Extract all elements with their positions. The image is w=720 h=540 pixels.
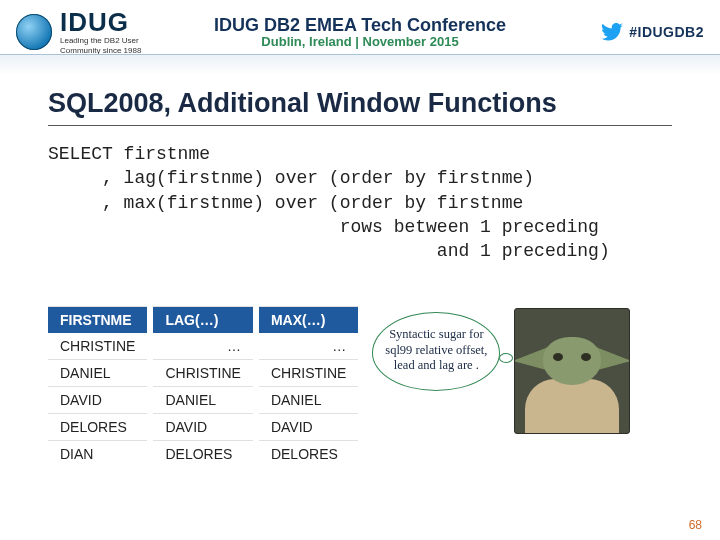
table-row: DIAN DELORES DELORES [48, 441, 358, 468]
idug-logo: IDUG Leading the DB2 User Community sinc… [16, 9, 141, 55]
col-header-max: MAX(…) [256, 307, 358, 334]
table-row: DELORES DAVID DAVID [48, 414, 358, 441]
cell: DELORES [150, 441, 255, 468]
sql-code-block: SELECT firstnme , lag(firstnme) over (or… [48, 142, 672, 263]
cell: DANIEL [48, 360, 150, 387]
yoda-image [514, 308, 630, 434]
cell: DIAN [48, 441, 150, 468]
header-separator [0, 54, 720, 76]
globe-icon [16, 14, 52, 50]
bubble-tail-icon [499, 353, 513, 363]
cell: DELORES [48, 414, 150, 441]
cell: DANIEL [256, 387, 358, 414]
logo-name: IDUG [60, 9, 141, 35]
yoda-head-icon [543, 337, 601, 385]
conference-subtitle: Dublin, Ireland | November 2015 [214, 35, 506, 49]
cell: DAVID [48, 387, 150, 414]
speech-bubble-wrap: Syntactic sugar for sql99 relative offse… [372, 306, 500, 391]
hashtag-text: #IDUGDB2 [629, 24, 704, 40]
table-row: CHRISTINE … … [48, 333, 358, 360]
logo-tagline-1: Leading the DB2 User [60, 37, 141, 45]
col-header-lag: LAG(…) [150, 307, 255, 334]
cell: DAVID [150, 414, 255, 441]
header-band: IDUG Leading the DB2 User Community sinc… [0, 0, 720, 58]
conference-heading: IDUG DB2 EMEA Tech Conference Dublin, Ir… [214, 16, 506, 49]
slide-content: SQL2008, Additional Window Functions SEL… [0, 88, 720, 263]
slide-title: SQL2008, Additional Window Functions [48, 88, 672, 126]
slide: IDUG Leading the DB2 User Community sinc… [0, 0, 720, 540]
cell: DELORES [256, 441, 358, 468]
cell: DANIEL [150, 387, 255, 414]
page-number: 68 [689, 518, 702, 532]
cell: CHRISTINE [256, 360, 358, 387]
cell: DAVID [256, 414, 358, 441]
speech-bubble: Syntactic sugar for sql99 relative offse… [372, 312, 500, 391]
cell: CHRISTINE [150, 360, 255, 387]
cell: CHRISTINE [48, 333, 150, 360]
yoda-robe-icon [525, 379, 619, 434]
cell: … [256, 333, 358, 360]
hashtag-group: #IDUGDB2 [601, 23, 704, 41]
speech-bubble-text: Syntactic sugar for sql99 relative offse… [385, 327, 487, 372]
twitter-bird-icon [601, 23, 623, 41]
lower-row: FIRSTNME LAG(…) MAX(…) CHRISTINE … … DAN… [48, 306, 708, 467]
table-row: DANIEL CHRISTINE CHRISTINE [48, 360, 358, 387]
result-table: FIRSTNME LAG(…) MAX(…) CHRISTINE … … DAN… [48, 306, 358, 467]
cell: … [150, 333, 255, 360]
logo-text: IDUG Leading the DB2 User Community sinc… [60, 9, 141, 55]
col-header-firstnme: FIRSTNME [48, 307, 150, 334]
conference-title: IDUG DB2 EMEA Tech Conference [214, 16, 506, 35]
table-row: DAVID DANIEL DANIEL [48, 387, 358, 414]
